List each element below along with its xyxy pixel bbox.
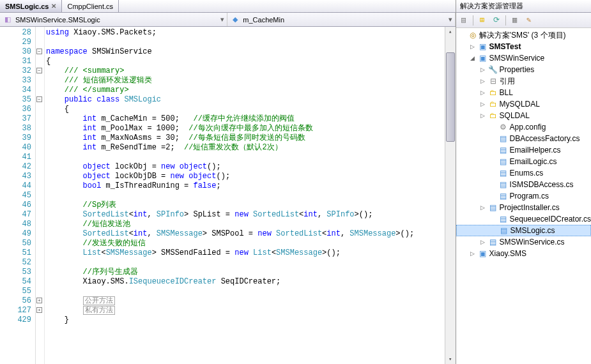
tree-node[interactable]: ▷🗀SQLDAL — [456, 110, 591, 121]
expand-icon[interactable]: + — [36, 298, 42, 303]
code-line[interactable]: int m_CacheMin = 500; //缓存中允许继续添加的阀值 — [46, 114, 456, 124]
scroll-thumb[interactable] — [446, 52, 455, 142]
view-designer-icon[interactable]: ✎ — [524, 15, 534, 26]
code-line[interactable]: public class SMSLogic — [46, 95, 456, 105]
code-line[interactable]: } — [46, 315, 456, 325]
tree-node[interactable]: ▤ISMSDBAccess.cs — [456, 179, 591, 190]
collapsed-icon[interactable]: ▷ — [479, 89, 487, 96]
cs-icon: ▤ — [498, 180, 509, 189]
properties-icon[interactable]: ▤ — [459, 15, 469, 26]
member-name: m_CacheMin — [243, 16, 284, 24]
vertical-scrollbar[interactable]: ▴ ▾ — [445, 27, 456, 364]
document-tab-bar: SMSLogic.cs✕CmppClient.cs — [0, 0, 456, 13]
tree-node[interactable]: ▷🗀BLL — [456, 87, 591, 98]
code-line[interactable]: //短信发送池 — [46, 220, 456, 229]
type-selector[interactable]: ◧ SMSWinService.SMSLogic ▾ — [0, 13, 227, 26]
collapsed-icon[interactable]: ▷ — [479, 66, 487, 73]
line-number: 38 — [0, 124, 31, 133]
tree-node[interactable]: ▤SMSLogic.cs — [456, 225, 591, 236]
tree-node[interactable]: ▤EmailHelper.cs — [456, 144, 591, 156]
view-code-icon[interactable]: ▦ — [510, 15, 520, 26]
tree-node[interactable]: ▤SequeueceIDCreator.cs — [456, 213, 591, 225]
expand-icon[interactable]: + — [36, 307, 42, 313]
collapse-icon[interactable]: − — [36, 68, 42, 73]
collapsed-icon[interactable]: ▷ — [479, 239, 487, 245]
code-line[interactable]: int m_PoolMax = 1000; //每次向缓存中最多加入的短信条数 — [46, 124, 456, 133]
code-line[interactable] — [46, 258, 456, 268]
code-line[interactable]: /// <summary> — [46, 66, 456, 76]
code-line[interactable]: SortedList<int, SMSMessage> SMSPool = ne… — [46, 229, 456, 239]
csproj-icon: ▣ — [478, 249, 488, 258]
solution-tree[interactable]: ◎解决方案'SMS' (3 个项目)▷▣SMSTest◢▣SMSWinServi… — [456, 28, 591, 364]
tree-node[interactable]: ⚙App.config — [456, 121, 591, 133]
scroll-up-arrow[interactable]: ▴ — [445, 27, 456, 36]
document-tab[interactable]: SMSLogic.cs✕ — [0, 0, 62, 12]
expanded-icon[interactable]: ◢ — [469, 55, 477, 61]
code-line[interactable]: 私有方法 — [46, 306, 456, 315]
code-line[interactable] — [46, 38, 456, 47]
cs-icon: ▤ — [499, 226, 509, 235]
collapsed-icon[interactable]: ▷ — [479, 78, 487, 84]
tree-node[interactable]: ▷⊟引用 — [456, 75, 591, 87]
chevron-down-icon: ▾ — [220, 15, 224, 24]
tree-node[interactable]: ◢▣SMSWinService — [456, 52, 591, 64]
code-line[interactable]: SortedList<int, SPInfo> SpList = new Sor… — [46, 210, 456, 220]
member-selector[interactable]: ◆ m_CacheMin ▾ — [227, 13, 455, 26]
tree-node[interactable]: ▷🔧Properties — [456, 64, 591, 75]
refresh-icon[interactable]: ⟳ — [491, 15, 502, 26]
tree-node[interactable]: ▤Enums.cs — [456, 167, 591, 179]
code-line[interactable]: int m_ReSendTime =2; //短信重发次数（默认2次） — [46, 143, 456, 153]
tree-node[interactable]: ▷▣SMSTest — [456, 41, 591, 52]
code-line[interactable]: { — [46, 57, 456, 66]
tree-label: SQLDAL — [500, 111, 530, 120]
code-line[interactable]: List<SMSMessage> SMSSendFailed = new Lis… — [46, 248, 456, 258]
code-line[interactable]: //发送失败的短信 — [46, 239, 456, 248]
code-line[interactable]: /// </summary> — [46, 86, 456, 95]
tree-label: SMSLogic.cs — [510, 226, 555, 235]
code-text[interactable]: using Xiaoy.SMS.Packets; namespace SMSWi… — [45, 27, 456, 364]
collapsed-icon[interactable]: ▷ — [479, 101, 487, 107]
collapsed-icon[interactable]: ▷ — [479, 204, 487, 211]
code-line[interactable]: { — [46, 105, 456, 114]
close-icon[interactable]: ✕ — [51, 3, 56, 10]
tree-node[interactable]: ▤EmailLogic.cs — [456, 156, 591, 167]
line-number: 56 — [0, 296, 31, 306]
tree-node[interactable]: ▤Program.cs — [456, 190, 591, 202]
collapse-icon[interactable]: − — [36, 49, 42, 54]
tree-node[interactable]: ▷▤ProjectInstaller.cs — [456, 202, 591, 213]
collapsed-icon[interactable]: ▷ — [469, 250, 477, 257]
code-line[interactable] — [46, 153, 456, 162]
collapse-icon[interactable]: − — [36, 96, 42, 102]
code-line[interactable]: using Xiaoy.SMS.Packets; — [46, 28, 456, 38]
csproj-icon: ▣ — [478, 42, 488, 51]
code-line[interactable]: int m_MaxNoAsms = 30; //每条短信最多同时发送的号码数 — [46, 133, 456, 143]
document-tab[interactable]: CmppClient.cs — [62, 0, 119, 12]
tree-node[interactable]: ▷▤SMSWinService.cs — [456, 236, 591, 248]
tree-node[interactable]: ◎解决方案'SMS' (3 个项目) — [456, 29, 591, 41]
code-line[interactable]: Xiaoy.SMS.ISequeueceIDCreater SeqIDCreat… — [46, 277, 456, 287]
show-all-icon[interactable]: ⊞ — [477, 15, 487, 26]
code-line[interactable]: /// 短信循环发送逻辑类 — [46, 76, 456, 86]
code-line[interactable] — [46, 325, 456, 335]
code-line[interactable] — [46, 287, 456, 296]
code-line[interactable]: bool m_IsThreadRuning = false; — [46, 181, 456, 191]
tree-node[interactable]: ▷🗀MySQLDAL — [456, 98, 591, 110]
code-line[interactable]: //序列号生成器 — [46, 268, 456, 277]
cs-icon: ▤ — [488, 238, 498, 246]
code-line[interactable]: 公开方法 — [46, 296, 456, 306]
line-number: 43 — [0, 172, 31, 181]
code-editor[interactable]: 2829303132333435363738394041424344454647… — [0, 27, 456, 364]
tree-node[interactable]: ▷▣Xiaoy.SMS — [456, 248, 591, 259]
code-line[interactable]: //Sp列表 — [46, 201, 456, 210]
code-line[interactable] — [46, 191, 456, 201]
code-line[interactable]: object lockObj = new object(); — [46, 162, 456, 172]
collapsed-icon[interactable]: ▷ — [469, 43, 477, 50]
tree-label: EmailLogic.cs — [510, 157, 557, 166]
tree-node[interactable]: ▤DBAccessFactory.cs — [456, 133, 591, 144]
outlining-margin[interactable]: −−−++ — [36, 27, 45, 364]
folder-icon: 🗀 — [488, 100, 498, 109]
collapsed-icon[interactable]: ▷ — [479, 112, 487, 119]
scroll-down-arrow[interactable]: ▾ — [445, 354, 456, 364]
code-line[interactable]: namespace SMSWinService — [46, 47, 456, 57]
code-line[interactable]: object lockObjDB = new object(); — [46, 172, 456, 181]
